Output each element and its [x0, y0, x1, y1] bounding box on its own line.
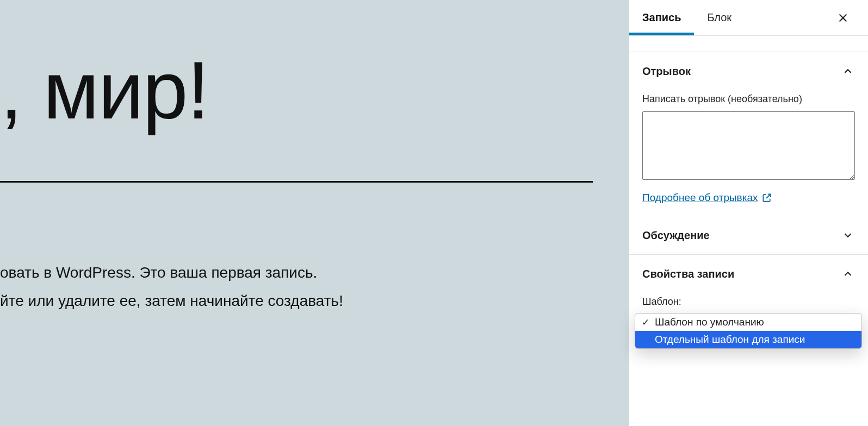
template-option-default[interactable]: ✓ Шаблон по умолчанию: [635, 314, 861, 331]
tab-post[interactable]: Запись: [629, 0, 694, 35]
settings-sidebar: Запись Блок Отрывок Написать отрывок (не…: [629, 0, 868, 426]
post-title[interactable]: , мир!: [0, 43, 629, 137]
tab-block[interactable]: Блок: [694, 0, 745, 35]
chevron-up-icon: [841, 64, 855, 78]
panel-post-attributes-toggle[interactable]: Свойства записи: [642, 267, 855, 281]
close-icon: [837, 12, 849, 24]
excerpt-learn-more-text: Подробнее об отрывках: [642, 192, 758, 204]
external-link-icon: [761, 192, 772, 203]
paragraph-line-2[interactable]: йте или удалите ее, затем начинайте созд…: [0, 287, 408, 315]
template-option-custom[interactable]: Отдельный шаблон для записи: [635, 331, 861, 348]
checkmark-icon: ✓: [641, 317, 650, 328]
panel-divider: [629, 36, 868, 52]
editor-canvas[interactable]: , мир! овать в WordPress. Это ваша перва…: [0, 0, 629, 426]
close-sidebar-button[interactable]: [832, 7, 854, 29]
template-field-label: Шаблон:: [642, 296, 855, 308]
template-option-default-label: Шаблон по умолчанию: [655, 316, 764, 328]
panel-excerpt: Отрывок Написать отрывок (необязательно)…: [629, 52, 868, 216]
panel-excerpt-title: Отрывок: [642, 65, 691, 78]
sidebar-tabs: Запись Блок: [629, 0, 868, 36]
panel-post-attributes-title: Свойства записи: [642, 268, 734, 280]
paragraph-line-1[interactable]: овать в WordPress. Это ваша первая запис…: [0, 259, 408, 287]
panel-discussion-title: Обсуждение: [642, 229, 710, 242]
excerpt-textarea[interactable]: [642, 111, 855, 180]
panel-discussion-toggle[interactable]: Обсуждение: [642, 228, 855, 242]
panel-discussion: Обсуждение: [629, 216, 868, 255]
panel-excerpt-toggle[interactable]: Отрывок: [642, 64, 855, 78]
post-body[interactable]: овать в WordPress. Это ваша первая запис…: [0, 183, 408, 315]
template-option-custom-label: Отдельный шаблон для записи: [655, 334, 805, 346]
template-dropdown-list: ✓ Шаблон по умолчанию Отдельный шаблон д…: [635, 313, 862, 349]
excerpt-learn-more-link[interactable]: Подробнее об отрывках: [642, 192, 772, 204]
chevron-down-icon: [841, 228, 855, 242]
excerpt-field-label: Написать отрывок (необязательно): [642, 93, 855, 105]
panel-post-attributes: Свойства записи Шаблон: ✓ Шаблон по умол…: [629, 255, 868, 325]
chevron-up-icon: [841, 267, 855, 281]
